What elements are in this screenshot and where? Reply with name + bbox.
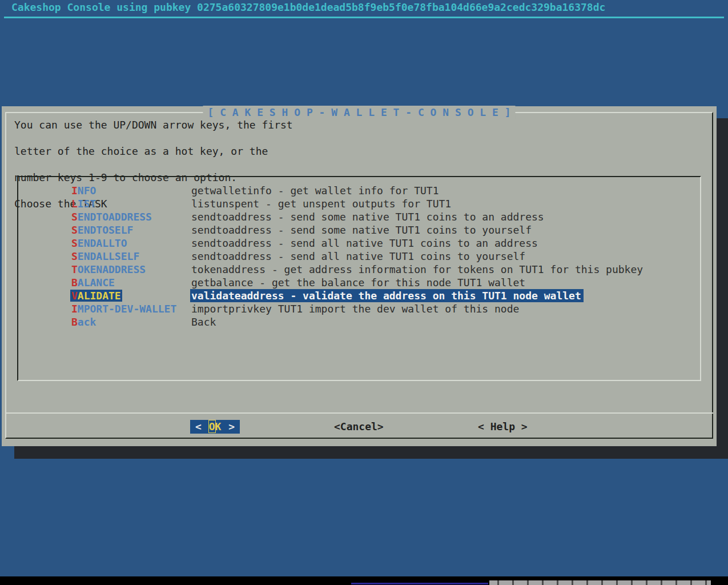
- instructions-line-2: letter of the choice as a hot key, or th…: [14, 145, 268, 157]
- help-button[interactable]: < Help >: [478, 420, 528, 434]
- backtitle: Cakeshop Console using pubkey 0275a60327…: [11, 1, 605, 14]
- dialog-shadow-right: [717, 118, 728, 459]
- wallet-console-dialog: [ C A K E S H O P - W A L L E T - C O N …: [2, 106, 717, 446]
- menu-item-description: sendtoaddress - send some native TUT1 co…: [191, 210, 544, 223]
- button-separator-line: [5, 412, 713, 414]
- menu-item-description: sendtoaddress - send all native TUT1 coi…: [191, 250, 525, 263]
- menu-item-label: ALANCE: [78, 277, 115, 289]
- taskbar-accent-sliver: [351, 583, 488, 584]
- menu-item-info[interactable]: INFO getwalletinfo - get wallet info for…: [18, 184, 700, 197]
- menu-item-sendtoaddress[interactable]: SENDTOADDRESS sendtoaddress - send some …: [18, 210, 700, 223]
- menu-item-description: getbalance - get the balance for this no…: [191, 276, 525, 289]
- menu-item-sendtoself[interactable]: SENDTOSELF sendtoaddress - send some nat…: [18, 223, 700, 237]
- menu-item-tokenaddress[interactable]: TOKENADDRESS tokenaddress - get address …: [18, 263, 700, 276]
- dialog-title: [ C A K E S H O P - W A L L E T - C O N …: [203, 106, 515, 119]
- menu-item-sendallto[interactable]: SENDALLTO sendtoaddress - send all nativ…: [18, 237, 700, 250]
- hotkey-letter: L: [71, 198, 78, 210]
- hotkey-letter: I: [71, 303, 78, 315]
- menu-item-label: MPORT-DEV-WALLET: [78, 303, 176, 315]
- menu-item-description: tokenaddress - get address information f…: [191, 263, 643, 276]
- ok-bracket-right: >: [228, 420, 235, 434]
- menu-item-import-dev-wallet[interactable]: IMPORT-DEV-WALLET importprivkey TUT1 imp…: [18, 302, 700, 315]
- menu-item-label: ENDALLSELF: [78, 250, 139, 262]
- menu-item-description: sendtoaddress - send some native TUT1 co…: [191, 223, 532, 237]
- dialog-shadow-bottom: [14, 446, 728, 459]
- hotkey-letter: S: [71, 224, 78, 236]
- ok-bracket-left: <: [195, 420, 202, 434]
- menu-item-description: getwalletinfo - get wallet info for TUT1: [191, 184, 439, 197]
- dialog-buttons: <OK> <Cancel> < Help >: [2, 420, 717, 434]
- hotkey-letter: B: [71, 316, 78, 328]
- ok-label: OK: [209, 420, 222, 434]
- hotkey-letter: I: [71, 185, 78, 197]
- taskbar-light-sliver: [489, 580, 711, 585]
- hotkey-letter: B: [71, 277, 78, 289]
- hotkey-letter: V: [71, 290, 78, 302]
- ok-button[interactable]: <OK>: [190, 420, 240, 434]
- menu-item-list[interactable]: LIST listunspent - get unspent outputs f…: [18, 197, 700, 210]
- menu-item-back[interactable]: Back Back: [18, 315, 700, 328]
- menu-item-description: sendtoaddress - send all native TUT1 coi…: [191, 237, 538, 250]
- menu-item-label: ENDALLTO: [78, 237, 127, 249]
- menu-item-label: ENDTOSELF: [78, 224, 134, 236]
- menu-item-label: ALIDATE: [78, 290, 121, 302]
- menu-item-validate[interactable]: VALIDATE validateaddress - validate the …: [18, 289, 700, 302]
- menu-item-description: importprivkey TUT1 import the dev wallet…: [191, 302, 519, 315]
- menu-item-label: IST: [78, 198, 96, 210]
- menu-item-description: validateaddress - validate the address o…: [190, 289, 584, 302]
- menu-item-label: OKENADDRESS: [78, 263, 146, 275]
- menu-item-label: ack: [78, 316, 96, 328]
- menu-item-label: ENDTOADDRESS: [78, 211, 152, 223]
- menu-item-description: Back: [191, 315, 216, 328]
- hotkey-letter: S: [71, 250, 78, 262]
- instructions-line-1: You can use the UP/DOWN arrow keys, the …: [14, 119, 293, 131]
- cancel-button[interactable]: <Cancel>: [334, 420, 384, 434]
- menu-item-balance[interactable]: BALANCE getbalance - get the balance for…: [18, 276, 700, 289]
- menu-item-label: NFO: [78, 185, 96, 197]
- menu-item-description: listunspent - get unspent outputs for TU…: [191, 197, 451, 210]
- menu-item-sendallself[interactable]: SENDALLSELF sendtoaddress - send all nat…: [18, 250, 700, 263]
- hotkey-letter: S: [71, 237, 78, 249]
- backtitle-underline: [4, 17, 724, 18]
- hotkey-letter: S: [71, 211, 78, 223]
- hotkey-letter: T: [71, 263, 78, 275]
- task-menu: INFO getwalletinfo - get wallet info for…: [17, 176, 701, 381]
